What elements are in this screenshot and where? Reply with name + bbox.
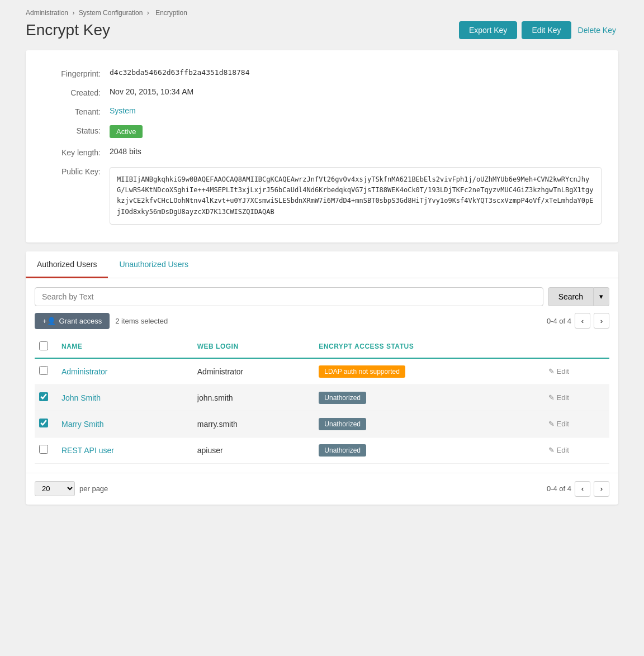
edit-button-2[interactable]: ✎ Edit [548,393,605,402]
table-row: Marry Smithmarry.smithUnathorized✎ Edit [35,411,609,437]
delete-key-button[interactable]: Delete Key [576,21,618,39]
key-length-row: Key length: 2048 bits [42,142,602,161]
row-checkbox-4[interactable] [39,445,48,454]
breadcrumb-current: Encryption [155,9,187,17]
col-name: NAME [57,336,193,358]
status-label: Status: [42,125,110,135]
tenant-row: Tenant: System [42,102,602,121]
bottom-pagination-text: 0-4 of 4 [547,484,571,493]
col-checkbox [35,336,57,358]
search-input[interactable] [35,287,543,306]
web-login-1: Administrator [193,358,315,385]
public-key-value: MIIBIjANBgkqhkiG9w0BAQEFAAOCAQ8AMIIBCgKC… [110,167,602,225]
search-row: Search ▾ [35,287,609,306]
table-row: AdministratorAdministratorLDAP auth not … [35,358,609,385]
chevron-right-icon-bottom: › [600,484,603,493]
public-key-row: Public Key: MIIBIjANBgkqhkiG9w0BAQEFAAOC… [42,161,602,229]
table-header-row: NAME WEB LOGIN ENCRYPT ACCESS STATUS [35,336,609,358]
tab-content: Search ▾ +👤 Grant access 2 items selecte… [26,278,618,473]
per-page-select[interactable]: 20 10 50 100 [35,481,75,496]
grant-access-label: Grant access [59,317,102,325]
breadcrumb-administration[interactable]: Administration [26,9,68,17]
tab-unauthorized-users[interactable]: Unauthorized Users [108,252,200,278]
row-checkbox-3[interactable] [39,419,48,427]
row-checkbox-2[interactable] [39,392,48,401]
page-header: Encrypt Key Export Key Edit Key Delete K… [26,21,618,39]
selected-info: 2 items selected [115,317,168,325]
search-dropdown-button[interactable]: ▾ [594,287,609,306]
pagination-text: 0-4 of 4 [547,317,571,325]
created-row: Created: Nov 20, 2015, 10:34 AM [42,83,602,102]
tabs-header: Authorized Users Unauthorized Users [26,251,618,278]
chevron-right-icon: › [600,317,603,325]
tabs-section: Authorized Users Unauthorized Users Sear… [26,251,618,505]
table-row: John Smithjohn.smithUnathorized✎ Edit [35,384,609,411]
fingerprint-label: Fingerprint: [42,68,110,78]
dropdown-arrow-icon: ▾ [599,292,603,301]
bottom-row: 20 10 50 100 per page 0-4 of 4 ‹ › [26,473,618,505]
user-name-link-2[interactable]: John Smith [61,393,101,402]
breadcrumb: Administration › System Configuration › … [26,9,618,17]
tenant-value: System [110,106,136,115]
tab-authorized-users[interactable]: Authorized Users [26,252,108,278]
users-table: NAME WEB LOGIN ENCRYPT ACCESS STATUS Adm… [35,336,609,464]
edit-key-button[interactable]: Edit Key [522,21,571,39]
col-encrypt-status: ENCRYPT ACCESS STATUS [314,336,544,358]
status-badge: Active [110,125,143,138]
table-row: REST API userapiuserUnathorized✎ Edit [35,437,609,463]
tenant-link[interactable]: System [110,106,136,115]
person-add-icon: +👤 [42,317,56,325]
edit-button-1[interactable]: ✎ Edit [548,367,605,375]
search-button-group: Search ▾ [548,287,609,306]
chevron-left-icon-bottom: ‹ [581,484,584,493]
web-login-3: marry.smith [193,411,315,437]
page-title: Encrypt Key [26,21,110,39]
key-info-table: Fingerprint: d4c32bda54662d63ffb2a4351d8… [42,64,602,229]
bottom-pagination: 0-4 of 4 ‹ › [547,481,609,497]
web-login-4: apiuser [193,437,315,463]
search-button[interactable]: Search [548,287,594,306]
key-length-value: 2048 bits [110,147,141,156]
tenant-label: Tenant: [42,106,110,116]
fingerprint-value: d4c32bda54662d63ffb2a4351d818784 [110,68,249,77]
breadcrumb-system-config[interactable]: System Configuration [79,9,143,17]
action-left: +👤 Grant access 2 items selected [35,313,168,329]
prev-page-button-bottom[interactable]: ‹ [575,481,590,497]
grant-access-button[interactable]: +👤 Grant access [35,313,110,329]
row-checkbox-1[interactable] [39,366,48,375]
public-key-label: Public Key: [42,166,110,176]
key-length-label: Key length: [42,147,110,157]
per-page-label: per page [79,484,108,493]
web-login-2: john.smith [193,384,315,411]
user-name-link-3[interactable]: Marry Smith [61,420,103,429]
status-badge-2: Unathorized [319,392,366,404]
fingerprint-row: Fingerprint: d4c32bda54662d63ffb2a4351d8… [42,64,602,83]
edit-button-3[interactable]: ✎ Edit [548,420,605,428]
top-pagination: 0-4 of 4 ‹ › [547,313,609,329]
status-badge-3: Unathorized [319,418,366,430]
per-page-container: 20 10 50 100 per page [35,481,108,496]
next-page-button-top[interactable]: › [594,313,609,329]
status-value: Active [110,125,143,138]
user-name-link-4[interactable]: REST API user [61,446,114,455]
chevron-left-icon: ‹ [581,317,584,325]
next-page-button-bottom[interactable]: › [594,481,609,497]
action-row: +👤 Grant access 2 items selected 0-4 of … [35,313,609,329]
status-badge-4: Unathorized [319,444,366,457]
created-label: Created: [42,87,110,97]
header-actions: Export Key Edit Key Delete Key [459,21,618,39]
created-value: Nov 20, 2015, 10:34 AM [110,87,193,96]
status-badge-1: LDAP auth not supported [319,365,405,378]
key-details-card: Fingerprint: d4c32bda54662d63ffb2a4351d8… [26,50,618,243]
select-all-checkbox[interactable] [39,341,48,350]
status-row: Status: Active [42,121,602,142]
col-web-login: WEB LOGIN [193,336,315,358]
prev-page-button-top[interactable]: ‹ [575,313,590,329]
edit-button-4[interactable]: ✎ Edit [548,446,605,454]
export-key-button[interactable]: Export Key [459,21,517,39]
col-actions [544,336,609,358]
user-name-link-1[interactable]: Administrator [61,367,107,376]
